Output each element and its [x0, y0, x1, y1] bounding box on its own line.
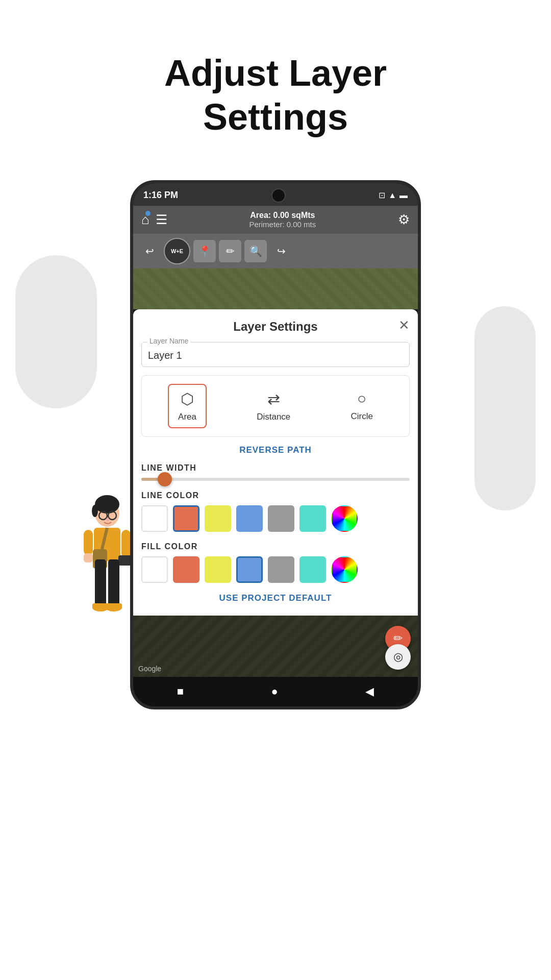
location-icon: ◎: [393, 650, 403, 664]
swatch-yellow-fill[interactable]: [205, 556, 231, 583]
edit-icon: ✏: [393, 632, 403, 645]
layer-type-selector: ⬡ Area ⇄ Distance ○ Circle: [141, 375, 410, 437]
type-distance-button[interactable]: ⇄ Distance: [246, 384, 300, 428]
perimeter-value: Perimeter: 0.00 mts: [249, 220, 316, 229]
svg-rect-19: [106, 603, 122, 609]
circle-icon: ○: [357, 390, 366, 407]
pin-button[interactable]: 📍: [193, 240, 216, 262]
swatch-cyan-line[interactable]: [299, 505, 326, 532]
line-color-swatches: [141, 505, 410, 532]
swatch-yellow-line[interactable]: [205, 505, 231, 532]
map-view-top[interactable]: [133, 268, 418, 309]
wifi-icon: ▲: [388, 191, 396, 200]
svg-rect-8: [121, 530, 131, 558]
signal-icon: ▬: [399, 191, 408, 200]
phone-frame: 1:16 PM ⊡ ▲ ▬ ⌂ ☰ Area: 0.00 sqMts Perim…: [128, 180, 423, 709]
layer-settings-modal: Layer Settings ✕ Layer Name ⬡ Area ⇄: [133, 309, 418, 616]
reverse-path-button[interactable]: REVERSE PATH: [133, 445, 418, 455]
map-view-bottom[interactable]: Google ✏ ◎: [133, 616, 418, 677]
swatch-cyan-fill[interactable]: [299, 556, 326, 583]
layer-name-label: Layer Name: [147, 337, 190, 345]
svg-rect-7: [84, 553, 93, 562]
swatch-blue-fill[interactable]: [236, 556, 263, 583]
menu-icon[interactable]: ☰: [156, 212, 167, 228]
fab-location-button[interactable]: ◎: [385, 644, 411, 670]
svg-point-2: [92, 505, 98, 517]
swatch-orange-fill[interactable]: [173, 556, 199, 583]
fill-color-label: FILL COLOR: [141, 542, 410, 551]
nav-recents-button[interactable]: ■: [177, 685, 184, 698]
svg-rect-14: [95, 559, 106, 605]
android-nav-bar: ■ ● ◀: [133, 677, 418, 706]
slider-track: [141, 478, 410, 481]
camera-notch: [271, 188, 286, 203]
svg-rect-15: [108, 559, 119, 605]
battery-icon: ⊡: [379, 190, 385, 200]
map-overlay: [133, 268, 418, 309]
nav-home-button[interactable]: ●: [271, 685, 278, 698]
type-area-button[interactable]: ⬡ Area: [168, 384, 207, 428]
layer-name-field: Layer Name: [141, 342, 410, 367]
phone-device: 1:16 PM ⊡ ▲ ▬ ⌂ ☰ Area: 0.00 sqMts Perim…: [130, 180, 421, 709]
area-info: Area: 0.00 sqMts Perimeter: 0.00 mts: [173, 211, 392, 229]
redo-button[interactable]: ↪: [270, 240, 292, 262]
draw-button[interactable]: ✏: [219, 240, 241, 262]
line-width-label: LINE WIDTH: [141, 463, 410, 473]
swatch-gray-fill[interactable]: [268, 556, 294, 583]
svg-point-13: [106, 518, 109, 522]
circle-label: Circle: [350, 411, 372, 422]
slider-thumb[interactable]: [158, 472, 172, 486]
swatch-rainbow-fill[interactable]: [331, 556, 358, 583]
swatch-orange-line[interactable]: [173, 505, 199, 532]
status-icons: ⊡ ▲ ▬: [379, 190, 408, 200]
area-icon: ⬡: [181, 390, 194, 408]
map-overlay-bottom: [133, 616, 418, 677]
swatch-white-fill[interactable]: [141, 556, 168, 583]
layer-name-input[interactable]: [141, 342, 410, 367]
use-project-default-button[interactable]: USE PROJECT DEFAULT: [133, 593, 418, 603]
notification-dot: [145, 211, 151, 216]
nav-back-button[interactable]: ◀: [365, 685, 374, 698]
compass-widget[interactable]: W+E: [164, 238, 190, 264]
distance-label: Distance: [257, 412, 290, 422]
bg-blob-right: [474, 306, 536, 510]
modal-close-button[interactable]: ✕: [398, 317, 410, 333]
undo-button[interactable]: ↩: [138, 240, 161, 262]
fill-color-swatches: [141, 556, 410, 583]
bg-blob-left: [15, 255, 97, 408]
swatch-gray-line[interactable]: [268, 505, 294, 532]
map-toolbar: ↩ W+E 📍 ✏ 🔍 ↪: [133, 234, 418, 268]
line-color-label: LINE COLOR: [141, 491, 410, 500]
status-time: 1:16 PM: [143, 190, 178, 201]
app-toolbar: ⌂ ☰ Area: 0.00 sqMts Perimeter: 0.00 mts…: [133, 206, 418, 234]
settings-icon[interactable]: ⚙: [398, 212, 410, 228]
page-title: Adjust Layer Settings: [164, 51, 387, 139]
line-width-slider[interactable]: [141, 478, 410, 481]
home-button[interactable]: ⌂: [141, 212, 149, 228]
status-bar: 1:16 PM ⊡ ▲ ▬: [133, 183, 418, 206]
type-circle-button[interactable]: ○ Circle: [340, 384, 383, 428]
swatch-blue-line[interactable]: [236, 505, 263, 532]
swatch-rainbow-line[interactable]: [331, 505, 358, 532]
distance-icon: ⇄: [267, 390, 280, 408]
svg-point-1: [95, 495, 119, 513]
search-button[interactable]: 🔍: [244, 240, 267, 262]
area-label: Area: [178, 412, 196, 422]
svg-rect-6: [84, 530, 93, 555]
modal-title: Layer Settings: [233, 320, 317, 334]
swatch-white-line[interactable]: [141, 505, 168, 532]
area-value: Area: 0.00 sqMts: [250, 211, 315, 220]
google-label: Google: [138, 665, 161, 673]
